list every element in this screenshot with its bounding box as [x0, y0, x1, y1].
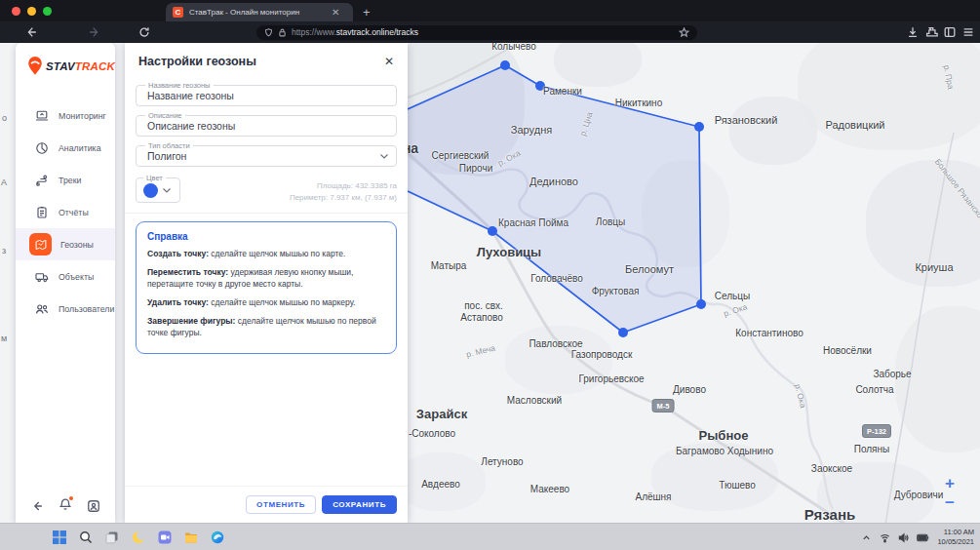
polygon-vertex-marker[interactable]	[488, 226, 497, 236]
geofence-description-field[interactable]: Описание Описание геозоны	[136, 115, 397, 137]
geofence-name-field[interactable]: Название геозоны Название геозоны	[136, 85, 397, 106]
taskbar-clock[interactable]: 11:00 AM 10/05/2021	[937, 528, 974, 547]
volume-icon[interactable]	[898, 532, 909, 543]
notifications-bell-icon[interactable]	[59, 497, 72, 515]
app-sidebar: STAVTRACK Мониторинг Аналитика Треки	[16, 43, 115, 523]
map-label: Раменки	[543, 86, 582, 97]
task-view-icon[interactable]	[103, 529, 120, 545]
map-label: Сельцы	[715, 291, 750, 301]
wifi-icon[interactable]	[880, 532, 890, 543]
new-tab-button[interactable]: +	[363, 5, 371, 20]
color-picker[interactable]: Цвет	[136, 177, 180, 203]
downloads-icon[interactable]	[906, 25, 920, 39]
sidebar-item-monitoring[interactable]: Мониторинг	[16, 99, 115, 132]
map-label: на	[408, 140, 418, 156]
sidebar-item-reports[interactable]: Отчёты	[16, 196, 115, 228]
map-label: Радовицкий	[825, 119, 884, 131]
url-bar[interactable]: https://www.stavtrack.online/tracks	[256, 25, 697, 40]
reload-icon[interactable]	[137, 25, 151, 39]
tab-close-icon[interactable]: ✕	[332, 8, 339, 18]
help-instruction: Создать точку: сделайте щелчок мышью по …	[147, 249, 385, 260]
search-icon[interactable]	[77, 529, 94, 545]
browser-tab[interactable]: С СтавТрак - Онлайн мониторин ✕	[166, 3, 353, 21]
map-edge-fragment: о	[2, 113, 7, 123]
sidebar-item-analytics[interactable]: Аналитика	[16, 132, 115, 164]
save-button[interactable]: СОХРАНИТЬ	[322, 495, 397, 514]
area-type-select[interactable]: Тип области Полигон	[136, 145, 397, 167]
screen: С СтавТрак - Онлайн мониторин ✕ + https:…	[0, 0, 980, 550]
map-label: Новосёлки	[823, 345, 872, 356]
divider	[125, 213, 408, 214]
sidebar-item-icon	[29, 233, 52, 255]
map-label: Головачёво	[530, 273, 583, 284]
tracking-shield-icon[interactable]	[264, 28, 273, 37]
tray-chevron-up-icon[interactable]	[861, 532, 872, 543]
edge-browser-icon[interactable]	[209, 529, 225, 545]
stavtrack-logo: STAVTRACK	[16, 43, 115, 86]
map-label: Никиткино	[615, 98, 662, 108]
polygon-vertex-marker[interactable]	[500, 60, 510, 70]
map-label: Летуново	[481, 456, 523, 467]
help-title: Справка	[147, 231, 385, 242]
polygon-vertex-marker[interactable]	[694, 122, 704, 132]
panel-close-icon[interactable]: ✕	[384, 56, 394, 67]
map-edge-fragment: з	[2, 246, 6, 255]
map-label: -Соколово	[409, 428, 455, 439]
map-edge-fragment: А	[1, 177, 7, 187]
lock-icon[interactable]	[278, 28, 287, 37]
map-label: Солотча	[855, 384, 893, 395]
window-minimize-button[interactable]	[27, 7, 36, 16]
cancel-button[interactable]: ОТМЕНИТЬ	[246, 495, 316, 514]
map-label: Криуша	[915, 261, 953, 273]
polygon-vertex-marker[interactable]	[696, 299, 706, 309]
window-close-button[interactable]	[12, 7, 20, 16]
map-zoom-in-button[interactable]: +	[941, 475, 959, 491]
browser-titlebar: С СтавТрак - Онлайн мониторин ✕ +	[0, 0, 980, 21]
map-edge-strip: оАзм	[0, 43, 17, 523]
date: 10/05/2021	[937, 537, 974, 547]
file-explorer-icon[interactable]	[182, 529, 199, 545]
extensions-icon[interactable]	[924, 25, 938, 39]
map-label: Фруктовая	[592, 286, 640, 296]
sidebar-item-tracks[interactable]: Треки	[16, 164, 115, 196]
map-label: Григорьевское	[578, 373, 644, 384]
forward-icon[interactable]	[88, 25, 101, 39]
sidebar-item-icon	[33, 139, 50, 156]
bookmark-star-icon[interactable]	[679, 27, 689, 38]
battery-icon[interactable]	[917, 532, 929, 543]
road-east	[885, 133, 954, 523]
url-text[interactable]: https://www.stavtrack.online/tracks	[292, 27, 674, 37]
road-badge: Р-132	[862, 424, 891, 438]
chat-app-icon[interactable]	[156, 529, 173, 545]
map-label: Павловское	[529, 338, 582, 349]
sidebar-item-icon	[33, 172, 50, 188]
polygon-vertex-marker[interactable]	[618, 328, 628, 337]
selected-color-swatch	[143, 183, 158, 198]
sidebar-item-geozones[interactable]: Геозоны	[16, 228, 115, 260]
start-button-icon[interactable]	[51, 529, 67, 545]
map-label: Белоомут	[625, 263, 674, 275]
map[interactable]: КолычевоРаменкиНикиткиноЗарудняСергиевск…	[408, 43, 980, 523]
map-label: Заборье	[873, 369, 911, 379]
map-label: Луховицы	[477, 245, 541, 259]
account-icon[interactable]	[87, 499, 100, 513]
sidebar-item-objects[interactable]: Объекты	[16, 260, 115, 293]
window-zoom-button[interactable]	[43, 7, 52, 16]
collapse-sidebar-icon[interactable]	[30, 499, 44, 513]
help-instruction: Переместить точку: удерживая левую кнопк…	[147, 267, 385, 291]
map-label: пос. свх.	[464, 300, 503, 311]
moon-app-icon[interactable]	[130, 529, 146, 545]
map-label: Пирочи	[459, 163, 492, 174]
menu-icon[interactable]	[961, 25, 975, 39]
sidebar-toggle-icon[interactable]	[943, 25, 957, 39]
tab-favicon-icon: С	[173, 7, 183, 18]
map-label: Матыра	[431, 260, 467, 271]
map-zoom-out-button[interactable]: −	[941, 494, 959, 511]
map-label: Алёшня	[635, 491, 671, 502]
map-label: Красная Пойма	[498, 217, 568, 228]
sidebar-footer	[16, 497, 115, 515]
map-label: Зарайск	[416, 407, 467, 421]
geofence-settings-panel: Настройки геозоны ✕ Название геозоны Наз…	[125, 43, 408, 523]
sidebar-item-users[interactable]: Пользователи	[16, 293, 115, 325]
back-icon[interactable]	[24, 25, 38, 39]
